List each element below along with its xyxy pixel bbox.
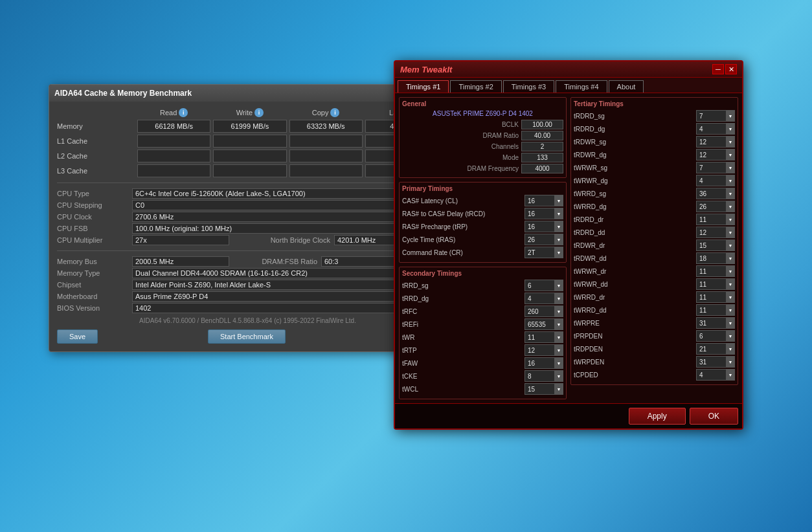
twr-row: tWR 11 ▼ [402,331,563,343]
twrwr-sg-select-wrapper[interactable]: 7 ▼ [696,162,735,173]
twrrd-dg-select[interactable]: 26 [696,201,735,212]
trdwr-dr-select[interactable]: 15 [696,239,735,251]
twrwr-sg-select[interactable]: 7 [696,162,735,173]
tprpden-select-wrapper[interactable]: 6 ▼ [696,330,735,342]
aida-titlebar: AIDA64 Cache & Memory Benchmark ─ ✕ [49,85,446,102]
twrpre-select[interactable]: 31 [696,317,735,329]
twrrd-dg-row: tWRRD_dg 26 ▼ [574,201,735,212]
trdrd-dr-select-wrapper[interactable]: 11 ▼ [696,214,735,225]
trdrd-sg-select-wrapper[interactable]: 7 ▼ [696,110,735,122]
twrrd-dr-select-wrapper[interactable]: 11 ▼ [696,291,735,303]
apply-button[interactable]: Apply [629,408,686,425]
trdrd-sg-label: tRDRD_sg [574,113,694,120]
twrrd-dr-select[interactable]: 11 [696,291,735,303]
tcpded-select[interactable]: 4 [696,369,735,381]
trrd-dg-select-wrapper[interactable]: 4 ▼ [524,293,563,304]
tab-timings2[interactable]: Timings #2 [450,80,501,93]
cas-select-wrapper[interactable]: 16 ▼ [524,195,563,206]
trdrd-sg-select[interactable]: 7 [696,110,735,122]
mem-title: Mem TweakIt [400,65,452,74]
twrwr-dr-select[interactable]: 11 [696,265,735,277]
trdrd-dd-select[interactable]: 12 [696,227,735,238]
copy-info-icon[interactable]: i [330,108,339,117]
tras-select-wrapper[interactable]: 26 ▼ [524,234,563,245]
trrd-sg-select-wrapper[interactable]: 6 ▼ [524,280,563,291]
cas-select[interactable]: 16 [524,195,563,206]
tab-timings4[interactable]: Timings #4 [556,80,607,93]
mobo-value: Asus Prime Z690-P D4 [132,291,438,302]
trp-select[interactable]: 16 [524,221,563,232]
cpu-fsb-value: 100.0 MHz (original: 100 MHz) [132,223,438,234]
trrd-dg-select[interactable]: 4 [524,293,563,304]
twrrd-sg-select-wrapper[interactable]: 36 ▼ [696,188,735,199]
twrpre-select-wrapper[interactable]: 31 ▼ [696,317,735,329]
tras-label: Cycle Time (tRAS) [402,236,522,243]
twcl-select-wrapper[interactable]: 15 ▼ [524,383,563,395]
tfaw-select[interactable]: 16 [524,357,563,369]
twrpden-select[interactable]: 31 [696,356,735,368]
trefi-select[interactable]: 65535 [524,318,563,330]
twrwr-dr-select-wrapper[interactable]: 11 ▼ [696,265,735,277]
tprpden-select[interactable]: 6 [696,330,735,342]
trdwr-dd-select-wrapper[interactable]: 18 ▼ [696,252,735,264]
tab-timings3[interactable]: Timings #3 [503,80,554,93]
cr-select[interactable]: 2T [524,247,563,258]
tcke-select-wrapper[interactable]: 8 ▼ [524,370,563,382]
trdrd-dg-select-wrapper[interactable]: 4 ▼ [696,123,735,135]
save-button[interactable]: Save [57,329,98,344]
dram-fsb-label: DRAM:FSB Ratio [233,258,317,265]
trdwr-sg-select[interactable]: 12 [696,136,735,148]
bios-value: 1402 [132,303,438,313]
trdwr-dd-select[interactable]: 18 [696,252,735,264]
trdwr-dg-select[interactable]: 12 [696,149,735,161]
twr-select[interactable]: 11 [524,331,563,343]
trtp-select-wrapper[interactable]: 12 ▼ [524,344,563,356]
twr-select-wrapper[interactable]: 11 ▼ [524,331,563,343]
twrwr-dd-select[interactable]: 11 [696,278,735,290]
mem-close-button[interactable]: ✕ [725,64,737,74]
trdpden-select[interactable]: 21 [696,343,735,355]
cpu-mult-label: CPU Multiplier [57,236,128,244]
cr-select-wrapper[interactable]: 2T ▼ [524,247,563,258]
rcd-select[interactable]: 16 [524,208,563,219]
tcke-select[interactable]: 8 [524,370,563,382]
twcl-select[interactable]: 15 [524,383,563,395]
tcpded-select-wrapper[interactable]: 4 ▼ [696,369,735,381]
rcd-select-wrapper[interactable]: 16 ▼ [524,208,563,219]
tertiary-title: Tertiary Timings [574,100,735,107]
twrwr-dd-select-wrapper[interactable]: 11 ▼ [696,278,735,290]
twrpden-select-wrapper[interactable]: 31 ▼ [696,356,735,368]
trrd-sg-select[interactable]: 6 [524,280,563,291]
tras-select[interactable]: 26 [524,234,563,245]
trdwr-dg-select-wrapper[interactable]: 12 ▼ [696,149,735,161]
twrwr-dg-select-wrapper[interactable]: 4 ▼ [696,175,735,186]
twrrd-dd-select[interactable]: 11 [696,304,735,316]
trdpden-select-wrapper[interactable]: 21 ▼ [696,343,735,355]
tab-timings1[interactable]: Timings #1 [398,80,449,93]
trdrd-dg-select[interactable]: 4 [696,123,735,135]
trdrd-dd-select-wrapper[interactable]: 12 ▼ [696,227,735,238]
trfc-select-wrapper[interactable]: 260 ▼ [524,305,563,317]
twrrd-dg-select-wrapper[interactable]: 26 ▼ [696,201,735,212]
mem-titlebar: Mem TweakIt ─ ✕ [395,61,742,78]
twrwr-dg-select[interactable]: 4 [696,175,735,186]
tab-about[interactable]: About [609,80,644,93]
twrwr-dd-label: tWRWR_dd [574,281,694,288]
tfaw-select-wrapper[interactable]: 16 ▼ [524,357,563,369]
ok-button[interactable]: OK [690,408,738,425]
trfc-select[interactable]: 260 [524,305,563,317]
write-info-icon[interactable]: i [254,108,264,117]
twrrd-dd-select-wrapper[interactable]: 11 ▼ [696,304,735,316]
mem-minimize-button[interactable]: ─ [712,64,724,74]
l3-write [213,164,286,177]
trp-select-wrapper[interactable]: 16 ▼ [524,221,563,232]
trefi-select-wrapper[interactable]: 65535 ▼ [524,318,563,330]
trdwr-sg-select-wrapper[interactable]: 12 ▼ [696,136,735,148]
mobo-label: Motherboard [57,293,128,300]
trdwr-dr-select-wrapper[interactable]: 15 ▼ [696,239,735,251]
trdrd-dr-select[interactable]: 11 [696,214,735,225]
start-benchmark-button[interactable]: Start Benchmark [208,329,286,344]
twrrd-sg-select[interactable]: 36 [696,188,735,199]
read-info-icon[interactable]: i [179,108,188,117]
trtp-select[interactable]: 12 [524,344,563,356]
